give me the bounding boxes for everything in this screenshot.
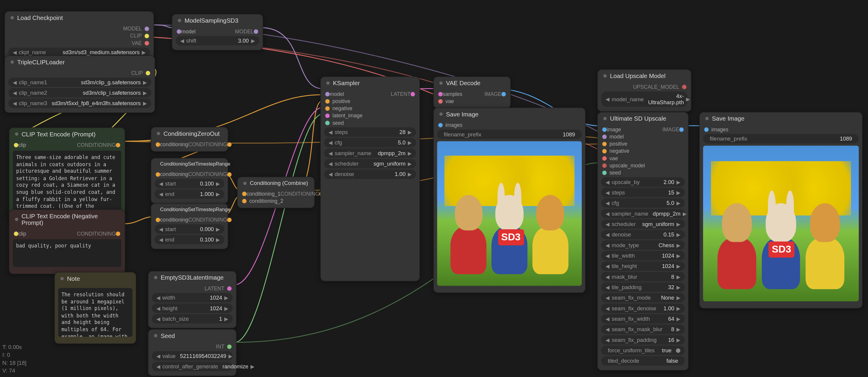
node-ultimate-sd-upscale[interactable]: Ultimate SD Upscale imageIMAGE model pos… <box>597 112 689 371</box>
widget-clip2[interactable]: ◀clip_name2sd3m/clip_i.safetensors▶ <box>8 88 151 98</box>
widget-seam-fix-denoise[interactable]: ◀seam_fix_denoise1.00▶ <box>601 304 685 313</box>
node-header[interactable]: Note <box>55 273 136 285</box>
node-note[interactable]: Note <box>54 272 136 344</box>
widget-height[interactable]: ◀height1024▶ <box>152 304 233 313</box>
collapse-icon[interactable] <box>603 117 607 120</box>
widget-prefix[interactable]: filename_prefix1089 <box>437 129 582 139</box>
node-header[interactable]: EmptySD3LatentImage <box>148 271 236 283</box>
node-header[interactable]: Save Image <box>700 113 862 125</box>
widget-scheduler[interactable]: ◀schedulersgm_uniform▶ <box>324 159 416 168</box>
io-clip-cond[interactable]: clipCONDITIONING <box>9 230 125 237</box>
node-header[interactable]: CLIP Text Encode (Negative Prompt) <box>9 210 125 229</box>
input-seed[interactable]: seed <box>321 119 420 126</box>
node-triple-clip-loader[interactable]: TripleCLIPLoader CLIP ◀clip_name1sd3m/cl… <box>4 55 155 113</box>
collapse-icon[interactable] <box>439 113 443 116</box>
input-model[interactable]: model <box>598 133 688 140</box>
output-clip[interactable]: CLIP <box>5 32 153 39</box>
widget-start[interactable]: ◀start0.100▶ <box>155 179 224 189</box>
output-clip[interactable]: CLIP <box>5 69 155 76</box>
chevron-right-icon[interactable]: ▶ <box>142 50 146 55</box>
widget-end[interactable]: ◀end1.000▶ <box>155 189 224 199</box>
widget-tile-width[interactable]: ◀tile_width1024▶ <box>601 251 685 260</box>
io-model[interactable]: modelMODEL <box>172 28 262 35</box>
node-vae-decode[interactable]: VAE Decode samplesIMAGE vae <box>433 76 511 109</box>
widget-clip3[interactable]: ◀clip_name3sd3m/t5xxl_fp8_e4m3fn.safeten… <box>8 99 151 108</box>
input-vae[interactable]: vae <box>598 155 688 162</box>
widget-value[interactable]: ◀value521116954032249▶ <box>152 351 233 360</box>
widget-denoise[interactable]: ◀denoise0.15▶ <box>601 230 685 240</box>
widget-seam-fix-mode[interactable]: ◀seam_fix_modeNone▶ <box>601 293 685 303</box>
image-preview[interactable]: SD3 <box>703 146 859 301</box>
widget-mode[interactable]: ◀mode_typeChess▶ <box>601 240 685 250</box>
node-conditioning-zero-out[interactable]: ConditioningZeroOut conditioningCONDITIO… <box>151 127 228 152</box>
collapse-icon[interactable] <box>154 334 157 337</box>
widget-model-name[interactable]: ◀model_name4x-UltraSharp.pth▶ <box>601 91 687 107</box>
input-images[interactable]: images <box>700 126 862 133</box>
node-header[interactable]: Ultimate SD Upscale <box>598 113 688 125</box>
io-image[interactable]: imageIMAGE <box>598 126 688 133</box>
widget-mask-blur[interactable]: ◀mask_blur8▶ <box>601 272 685 281</box>
node-header[interactable]: Load Upscale Model <box>598 70 691 82</box>
collapse-icon[interactable] <box>157 132 160 135</box>
io-samples[interactable]: samplesIMAGE <box>434 90 510 97</box>
widget-start[interactable]: ◀start0.000▶ <box>155 224 224 234</box>
input-upscale-model[interactable]: upscale_model <box>598 162 688 169</box>
node-header[interactable]: Load Checkpoint <box>5 11 153 24</box>
output-vae[interactable]: VAE <box>5 39 153 46</box>
widget-tile-padding[interactable]: ◀tile_padding32▶ <box>601 283 685 292</box>
node-load-checkpoint[interactable]: Load Checkpoint MODEL CLIP VAE ◀ckpt_nam… <box>4 11 154 62</box>
node-conditioning-combine[interactable]: Conditioning (Combine) conditioning_1CON… <box>237 177 315 208</box>
widget-tiled-decode[interactable]: tiled_decodefalse <box>601 356 685 366</box>
collapse-icon[interactable] <box>60 277 64 280</box>
collapse-icon[interactable] <box>15 132 18 136</box>
widget-seam-fix-width[interactable]: ◀seam_fix_width64▶ <box>601 314 685 324</box>
image-preview[interactable]: SD3 <box>437 141 582 286</box>
io-conditioning[interactable]: conditioningCONDITIONING <box>151 140 228 148</box>
widget-denoise[interactable]: ◀denoise1.00▶ <box>324 169 416 179</box>
widget-ctrl[interactable]: ◀control_after_generaterandomize▶ <box>152 362 233 371</box>
node-header[interactable]: VAE Decode <box>434 77 510 89</box>
widget-shift[interactable]: ◀shift3.00▶ <box>176 36 259 45</box>
input-latent[interactable]: latent_image <box>321 112 420 119</box>
input-images[interactable]: images <box>434 121 585 128</box>
node-header[interactable]: ConditioningSetTimestepRange <box>151 204 228 215</box>
widget-force-uniform[interactable]: force_uniform_tilestrue <box>601 346 685 355</box>
toggle-icon[interactable] <box>676 348 680 353</box>
collapse-icon[interactable] <box>10 60 14 64</box>
node-load-upscale-model[interactable]: Load Upscale Model UPSCALE_MODEL ◀model_… <box>597 69 691 112</box>
node-save-image-2[interactable]: Save Image images filename_prefix1089 SD… <box>699 112 863 309</box>
io-conditioning[interactable]: conditioningCONDITIONING <box>151 216 228 223</box>
widget-tile-height[interactable]: ◀tile_height1024▶ <box>601 261 685 271</box>
io-c1[interactable]: conditioning_1CONDITIONING <box>238 190 314 197</box>
node-clip-text-encode-negative[interactable]: CLIP Text Encode (Negative Prompt) clipC… <box>9 209 125 274</box>
collapse-icon[interactable] <box>243 181 247 185</box>
collapse-icon[interactable] <box>603 74 607 77</box>
node-header[interactable]: ConditioningZeroOut <box>151 127 228 140</box>
node-header[interactable]: Seed <box>148 329 236 342</box>
node-header[interactable]: KSampler <box>321 77 420 89</box>
node-header[interactable]: Conditioning (Combine) <box>238 177 314 189</box>
widget-steps[interactable]: ◀steps28▶ <box>324 127 416 137</box>
collapse-icon[interactable] <box>705 117 709 120</box>
node-empty-sd3-latent[interactable]: EmptySD3LatentImage LATENT ◀width1024▶ ◀… <box>148 271 237 328</box>
input-negative[interactable]: negative <box>321 105 420 112</box>
note-textarea[interactable] <box>58 288 132 337</box>
widget-end[interactable]: ◀end0.100▶ <box>155 235 224 245</box>
output-upscale-model[interactable]: UPSCALE_MODEL <box>598 83 691 90</box>
input-vae[interactable]: vae <box>434 97 510 104</box>
widget-batch[interactable]: ◀batch_size1▶ <box>152 314 233 324</box>
collapse-icon[interactable] <box>154 276 157 279</box>
input-positive[interactable]: positive <box>321 97 420 104</box>
widget-clip1[interactable]: ◀clip_name1sd3m/clip_g.safetensors▶ <box>8 77 151 87</box>
widget-upscale-by[interactable]: ◀upscale_by2.00▶ <box>601 177 685 187</box>
input-positive[interactable]: positive <box>598 140 688 148</box>
output-latent[interactable]: LATENT <box>148 285 236 292</box>
negative-prompt-textarea[interactable] <box>13 240 122 267</box>
prompt-textarea[interactable] <box>13 151 122 213</box>
collapse-icon[interactable] <box>439 81 443 85</box>
node-header[interactable]: ConditioningSetTimestepRange <box>151 158 228 169</box>
node-save-image-1[interactable]: Save Image images filename_prefix1089 SD… <box>433 107 586 293</box>
widget-sampler[interactable]: ◀sampler_namedpmpp_2m▶ <box>324 148 416 158</box>
widget-seam-fix-mask-blur[interactable]: ◀seam_fix_mask_blur8▶ <box>601 324 685 334</box>
io-c2[interactable]: conditioning_2 <box>238 197 314 204</box>
